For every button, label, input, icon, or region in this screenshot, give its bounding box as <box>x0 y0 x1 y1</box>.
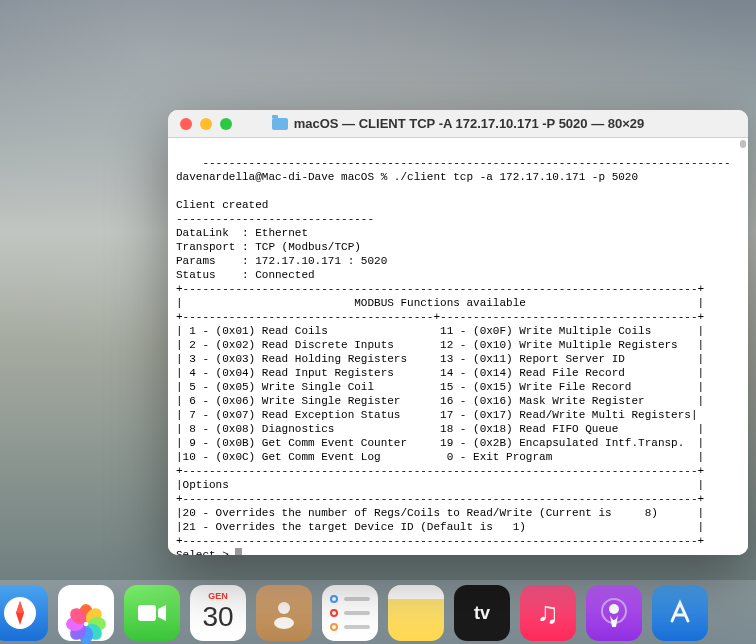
line-datalink: DataLink : Ethernet <box>176 227 308 239</box>
line-row2: | 2 - (0x02) Read Discrete Inputs 12 - (… <box>176 339 704 351</box>
dock-contacts-icon[interactable] <box>256 585 312 641</box>
compass-icon <box>0 593 40 633</box>
photos-flower-icon <box>67 594 105 632</box>
calendar-month: GEN <box>190 591 246 601</box>
line-client-created: Client created <box>176 199 268 211</box>
line-row4: | 4 - (0x04) Read Input Registers 14 - (… <box>176 367 704 379</box>
line-row6: | 6 - (0x06) Write Single Register 16 - … <box>176 395 704 407</box>
svg-rect-3 <box>138 605 156 621</box>
line-row3: | 3 - (0x03) Read Holding Registers 13 -… <box>176 353 704 365</box>
title-bar[interactable]: macOS — CLIENT TCP -A 172.17.10.171 -P 5… <box>168 110 748 138</box>
line-functions-header: | MODBUS Functions available | <box>176 297 704 309</box>
dock-facetime-icon[interactable] <box>124 585 180 641</box>
line-opt2: |21 - Overrides the target Device ID (De… <box>176 521 704 533</box>
line-row5: | 5 - (0x05) Write Single Coil 15 - (0x1… <box>176 381 704 393</box>
title-label: macOS — CLIENT TCP -A 172.17.10.171 -P 5… <box>294 116 645 131</box>
close-button[interactable] <box>180 118 192 130</box>
minimize-button[interactable] <box>200 118 212 130</box>
line-row7: | 7 - (0x07) Read Exception Status 17 - … <box>176 409 698 421</box>
line-transport: Transport : TCP (Modbus/TCP) <box>176 241 361 253</box>
scrollbar[interactable] <box>740 140 746 148</box>
line-status: Status : Connected <box>176 269 315 281</box>
line-select: Select > <box>176 549 235 555</box>
line-hr4: +---------------------------------------… <box>176 493 704 505</box>
cursor <box>235 548 242 555</box>
line-row9: | 9 - (0x0B) Get Comm Event Counter 19 -… <box>176 437 704 449</box>
svg-point-5 <box>278 602 290 614</box>
line-opt1: |20 - Overrides the number of Regs/Coils… <box>176 507 704 519</box>
reminders-list-icon <box>322 583 378 643</box>
window-controls <box>180 118 232 130</box>
line-options: |Options | <box>176 479 704 491</box>
calendar-day: 30 <box>190 601 246 633</box>
dock-safari-icon[interactable] <box>0 585 48 641</box>
dock-podcasts-icon[interactable] <box>586 585 642 641</box>
dock: GEN 30 tv ♫ <box>0 574 756 644</box>
line-hr5: +---------------------------------------… <box>176 535 704 547</box>
svg-marker-4 <box>158 605 166 621</box>
notes-header-icon <box>388 585 444 599</box>
tv-label: tv <box>474 603 490 624</box>
line-row10: |10 - (0x0C) Get Comm Event Log 0 - Exit… <box>176 451 704 463</box>
video-icon <box>134 595 170 631</box>
dock-tv-icon[interactable]: tv <box>454 585 510 641</box>
line-params: Params : 172.17.10.171 : 5020 <box>176 255 387 267</box>
line-hr3: +---------------------------------------… <box>176 465 704 477</box>
terminal-window: macOS — CLIENT TCP -A 172.17.10.171 -P 5… <box>168 110 748 555</box>
dock-music-icon[interactable]: ♫ <box>520 585 576 641</box>
person-icon <box>266 595 302 631</box>
line-hr2: +--------------------------------------+… <box>176 311 704 323</box>
line-divider: ----------------------------------------… <box>202 157 730 169</box>
line-info-divider: ------------------------------ <box>176 213 374 225</box>
line-row8: | 8 - (0x08) Diagnostics 18 - (0x18) Rea… <box>176 423 704 435</box>
folder-icon <box>272 118 288 130</box>
appstore-a-icon <box>660 593 700 633</box>
line-row1: | 1 - (0x01) Read Coils 11 - (0x0F) Writ… <box>176 325 704 337</box>
dock-photos-icon[interactable] <box>58 585 114 641</box>
dock-reminders-icon[interactable] <box>322 585 378 641</box>
window-title: macOS — CLIENT TCP -A 172.17.10.171 -P 5… <box>168 116 748 131</box>
dock-appstore-icon[interactable] <box>652 585 708 641</box>
line-prompt: davenardella@Mac-di-Dave macOS % ./clien… <box>176 171 638 183</box>
dock-calendar-icon[interactable]: GEN 30 <box>190 585 246 641</box>
maximize-button[interactable] <box>220 118 232 130</box>
music-note-icon: ♫ <box>537 596 560 630</box>
svg-point-6 <box>274 617 294 629</box>
terminal-content[interactable]: ----------------------------------------… <box>168 138 748 555</box>
podcast-icon <box>596 595 632 631</box>
dock-notes-icon[interactable] <box>388 585 444 641</box>
svg-point-7 <box>609 604 619 614</box>
line-hr1: +---------------------------------------… <box>176 283 704 295</box>
